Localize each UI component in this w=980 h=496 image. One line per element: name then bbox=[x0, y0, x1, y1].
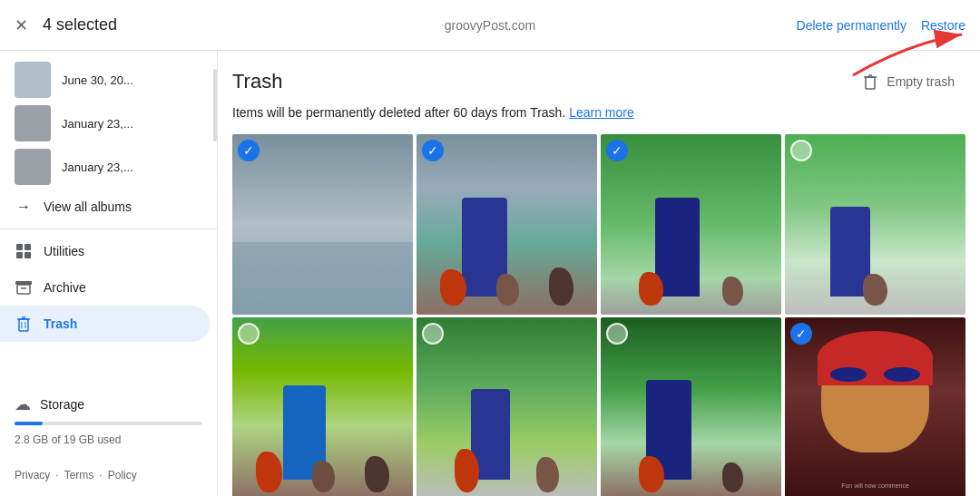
photo-checkbox-8[interactable]: ✓ bbox=[790, 323, 812, 345]
sidebar-item-view-all-albums[interactable]: → View all albums bbox=[0, 189, 210, 225]
sidebar-divider-1 bbox=[0, 229, 217, 229]
svg-rect-1 bbox=[16, 244, 23, 250]
photo-item-6[interactable] bbox=[416, 317, 597, 497]
album-label-1: June 30, 20... bbox=[62, 73, 133, 87]
album-label-2: January 23,... bbox=[62, 117, 133, 131]
sidebar-scrollbar[interactable] bbox=[213, 69, 217, 141]
photo-item-7[interactable] bbox=[601, 317, 781, 497]
site-label: groovyPost.com bbox=[445, 18, 535, 33]
delete-permanently-button[interactable]: Delete permanently bbox=[797, 18, 906, 33]
archive-icon bbox=[15, 278, 33, 297]
privacy-link[interactable]: Privacy bbox=[15, 469, 50, 481]
svg-rect-2 bbox=[24, 244, 31, 250]
trash-icon bbox=[15, 315, 33, 333]
footer-dot-2: · bbox=[99, 469, 102, 481]
sidebar-footer: Privacy · Terms · Policy bbox=[0, 462, 217, 489]
empty-trash-icon bbox=[861, 73, 879, 91]
content-area: Trash Empty trash Items will be permanen… bbox=[218, 51, 980, 496]
photo-item-4[interactable] bbox=[785, 134, 965, 315]
photo-checkbox-3[interactable]: ✓ bbox=[606, 140, 628, 161]
trash-label: Trash bbox=[44, 316, 77, 331]
sidebar-album-1[interactable]: June 30, 20... bbox=[0, 58, 217, 102]
sidebar: June 30, 20... January 23,... January 23… bbox=[0, 51, 218, 496]
album-thumb-1 bbox=[15, 62, 51, 98]
cloud-icon: ☁ bbox=[15, 394, 31, 414]
svg-rect-3 bbox=[16, 252, 23, 258]
storage-bar-background bbox=[15, 422, 202, 425]
main-layout: June 30, 20... January 23,... January 23… bbox=[0, 51, 980, 496]
svg-rect-6 bbox=[17, 285, 30, 294]
arrow-right-icon: → bbox=[15, 198, 33, 216]
footer-dot-1: · bbox=[55, 469, 58, 481]
album-label-3: January 23,... bbox=[62, 160, 133, 174]
storage-bar-fill bbox=[15, 422, 43, 425]
close-button[interactable]: ✕ bbox=[15, 15, 28, 35]
photo-checkbox-2[interactable]: ✓ bbox=[422, 140, 444, 161]
svg-rect-8 bbox=[19, 319, 28, 331]
empty-trash-label: Empty trash bbox=[887, 74, 955, 89]
storage-title: Storage bbox=[40, 397, 84, 412]
album-thumb-2 bbox=[15, 105, 51, 141]
info-text: Items will be permanently deleted after … bbox=[232, 105, 565, 120]
selected-count: 4 selected bbox=[43, 15, 117, 34]
info-bar: Items will be permanently deleted after … bbox=[232, 105, 965, 120]
photo-checkbox-1[interactable]: ✓ bbox=[238, 140, 260, 161]
sidebar-album-3[interactable]: January 23,... bbox=[0, 145, 217, 189]
header: ✕ 4 selected groovyPost.com Delete perma… bbox=[0, 0, 980, 51]
policy-link[interactable]: Policy bbox=[108, 469, 137, 481]
sidebar-item-archive[interactable]: Archive bbox=[0, 269, 210, 306]
photo-item-5[interactable] bbox=[232, 317, 413, 497]
photo-grid: ✓ ✓ bbox=[232, 134, 965, 496]
terms-link[interactable]: Terms bbox=[64, 469, 94, 481]
content-header: Trash Empty trash bbox=[232, 51, 965, 105]
sidebar-album-2[interactable]: January 23,... bbox=[0, 102, 217, 145]
photo-item-2[interactable]: ✓ bbox=[416, 134, 597, 315]
album-thumb-3 bbox=[15, 149, 51, 185]
storage-used-text: 2.8 GB of 19 GB used bbox=[15, 433, 121, 446]
page-title: Trash bbox=[232, 70, 282, 93]
photo-checkbox-4[interactable] bbox=[790, 140, 812, 161]
restore-button[interactable]: Restore bbox=[921, 18, 965, 33]
photo-checkbox-7[interactable] bbox=[606, 323, 628, 345]
photo-item-3[interactable]: ✓ bbox=[601, 134, 781, 315]
svg-rect-13 bbox=[866, 77, 875, 89]
archive-label: Archive bbox=[44, 280, 86, 295]
svg-rect-4 bbox=[24, 252, 31, 258]
photo-item-1[interactable]: ✓ bbox=[232, 134, 413, 315]
header-actions: Delete permanently Restore bbox=[797, 18, 965, 33]
photo-checkbox-5[interactable] bbox=[238, 323, 260, 345]
photo-item-8[interactable]: Fun will now commence ✓ bbox=[785, 317, 965, 497]
view-all-albums-label: View all albums bbox=[44, 199, 132, 214]
utilities-icon bbox=[15, 242, 33, 260]
learn-more-link[interactable]: Learn more bbox=[569, 105, 634, 120]
sidebar-item-trash[interactable]: Trash bbox=[0, 306, 210, 342]
utilities-label: Utilities bbox=[44, 244, 84, 258]
photo-checkbox-6[interactable] bbox=[422, 323, 444, 345]
sidebar-item-utilities[interactable]: Utilities bbox=[0, 233, 210, 269]
empty-trash-button[interactable]: Empty trash bbox=[850, 65, 965, 98]
storage-label: ☁ Storage bbox=[15, 394, 202, 414]
storage-section: ☁ Storage 2.8 GB of 19 GB used bbox=[0, 380, 217, 462]
